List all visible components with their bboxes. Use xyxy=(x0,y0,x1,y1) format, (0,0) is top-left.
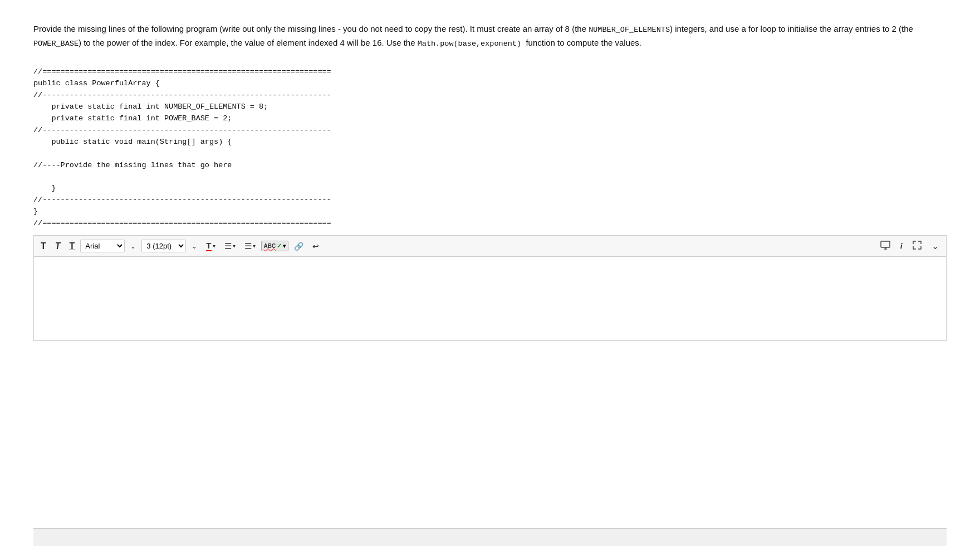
info-icon: i xyxy=(900,241,903,251)
bullet-list-icon: ☰ xyxy=(224,241,232,251)
toolbar-right: i ⌄ xyxy=(876,239,943,253)
italic-button[interactable]: T xyxy=(52,240,64,253)
italic-label: T xyxy=(55,241,61,251)
spell-chevron-icon: ▾ xyxy=(283,243,286,249)
undo-button[interactable]: ↩ xyxy=(309,240,322,252)
indent-list-button[interactable]: ☰ ▾ xyxy=(241,240,259,253)
underline-button[interactable]: T xyxy=(66,240,79,253)
code-inline-number-of-elements: NUMBER_OF_ELEMENTS xyxy=(589,26,670,34)
editor-content[interactable] xyxy=(34,257,946,340)
expand-icon xyxy=(913,241,922,251)
code-inline-math-pow: Math.pow(base,exponent) xyxy=(418,40,521,48)
bullet-list-button[interactable]: ☰ ▾ xyxy=(221,240,239,253)
editor-area: T T T Arial Times New Roman Courier New … xyxy=(33,235,947,341)
chevron-down-icon-3: ⌄ xyxy=(932,241,939,251)
bold-label: T xyxy=(41,241,46,251)
info-button[interactable]: i xyxy=(896,240,906,252)
text-color-chevron-icon: ▾ xyxy=(213,243,215,249)
link-icon: 🔗 xyxy=(294,242,303,251)
spell-check-label: ABC xyxy=(264,243,276,249)
bullet-chevron-icon: ▾ xyxy=(233,243,236,249)
monitor-button[interactable] xyxy=(876,239,894,253)
size-dropdown-button[interactable]: ⌄ xyxy=(188,241,200,252)
text-color-label: T xyxy=(206,241,211,251)
bottom-bar xyxy=(33,528,947,546)
svg-rect-0 xyxy=(881,241,890,247)
font-select[interactable]: Arial Times New Roman Courier New xyxy=(80,240,125,252)
undo-icon: ↩ xyxy=(312,242,319,251)
editor-toolbar: T T T Arial Times New Roman Courier New … xyxy=(34,236,946,257)
chevron-down-icon-2: ⌄ xyxy=(192,242,197,250)
monitor-icon xyxy=(880,241,890,251)
text-color-button[interactable]: T ▾ xyxy=(203,239,218,253)
indent-list-icon: ☰ xyxy=(244,241,252,251)
code-inline-power-base: POWER_BASE xyxy=(33,40,79,48)
checkmark-icon: ✓ xyxy=(277,242,282,250)
question-text: Provide the missing lines of the followi… xyxy=(33,22,947,50)
chevron-down-icon: ⌄ xyxy=(130,242,136,250)
indent-chevron-icon: ▾ xyxy=(253,243,256,249)
page-container: Provide the missing lines of the followi… xyxy=(0,0,980,546)
spell-check-button[interactable]: ABC ✓ ▾ xyxy=(261,241,289,251)
bold-button[interactable]: T xyxy=(37,240,50,253)
collapse-button[interactable]: ⌄ xyxy=(928,239,943,253)
code-block: //======================================… xyxy=(33,66,947,230)
expand-button[interactable] xyxy=(909,239,925,253)
size-select[interactable]: 3 (12pt) 1 (8pt) 2 (10pt) 4 (14pt) 5 (18… xyxy=(141,240,186,252)
font-dropdown-button[interactable]: ⌄ xyxy=(127,241,139,252)
underline-label: T xyxy=(70,241,75,251)
link-button[interactable]: 🔗 xyxy=(291,240,307,252)
